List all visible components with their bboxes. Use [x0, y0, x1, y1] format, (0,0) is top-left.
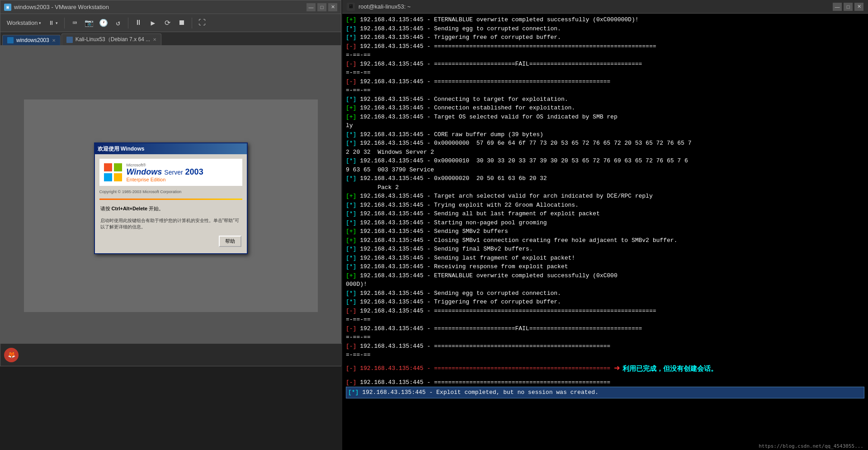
terminal-title-left: 🖥 root@kali-linux53: ~ — [347, 3, 410, 11]
terminal-line-11: [*] 192.168.43.135:445 - CORE raw buffer… — [346, 130, 864, 139]
vmware-bottom-bar: 🦊 — [0, 343, 342, 366]
svg-rect-3 — [114, 173, 122, 181]
win2003-help-button[interactable]: 帮助 — [219, 236, 241, 247]
revert-button[interactable]: ↺ — [112, 17, 124, 29]
tab-kali-linux[interactable]: Kali-Linux53（Debian 7.x 64 ... ✕ — [61, 33, 161, 45]
win2003-copyright: Copyright © 1985-2003 Microsoft Corporat… — [99, 189, 242, 195]
terminal-line-31: [-] 192.168.43.135:445 - ===============… — [346, 307, 864, 316]
windows-flag-icon — [103, 162, 123, 182]
terminal-line-18: [+] 192.168.43.135:445 - Target arch sel… — [346, 192, 864, 201]
vm-display[interactable]: 欢迎使用 Windows Microsoft® — [0, 46, 341, 366]
terminal-line-23: [+] 192.168.43.135:445 - Closing SMBv1 c… — [346, 236, 864, 245]
terminal-line-20: [*] 192.168.43.135:445 - Sending all but… — [346, 209, 864, 218]
win2003-buttons: 帮助 — [99, 234, 242, 249]
restart-button[interactable]: ⟳ — [161, 17, 174, 29]
power-on-button[interactable]: ▶ — [146, 17, 159, 29]
vmware-tabs: windows2003 ✕ Kali-Linux53（Debian 7.x 64… — [0, 32, 341, 46]
terminal-line-29: [*] 192.168.43.135:445 - Sending egg to … — [346, 289, 864, 298]
terminal-line-3: [*] 192.168.43.135:445 - Triggering free… — [346, 33, 864, 42]
minimize-button[interactable]: — — [307, 3, 316, 11]
terminal-maximize-button[interactable]: □ — [844, 3, 853, 11]
suspend-button[interactable]: ⏸ — [132, 17, 145, 29]
vmware-title-buttons: — □ ✕ — [307, 3, 337, 11]
power-off-button[interactable]: ⏹ — [175, 17, 188, 29]
terminal-line-32: [-] 192.168.43.135:445 - ===============… — [346, 324, 864, 333]
terminal-line-19: [*] 192.168.43.135:445 - Trying exploit … — [346, 201, 864, 210]
vmware-titlebar: ▣ windows2003 - VMware Workstation — □ ✕ — [0, 0, 341, 14]
terminal-title-buttons: — □ ✕ — [833, 3, 863, 11]
toolbar-separator-3 — [192, 18, 192, 28]
vmware-icon: ▣ — [4, 4, 11, 11]
snapshot-manager-button[interactable]: 🕐 — [97, 17, 110, 29]
vmware-titlebar-left: ▣ windows2003 - VMware Workstation — [4, 4, 109, 11]
terminal-line-2: [*] 192.168.43.135:445 - Sending egg to … — [346, 24, 864, 33]
terminal-line-34-prefix: [-] 192.168.43.135:445 - ===============… — [346, 364, 610, 373]
terminal-line-25: [*] 192.168.43.135:445 - Sending last fr… — [346, 254, 864, 263]
terminal-content[interactable]: [+] 192.168.43.135:445 - ETERNALBLUE ove… — [342, 14, 868, 450]
win2003-dialog: 欢迎使用 Windows Microsoft® — [94, 142, 248, 254]
terminal-line-1: [+] 192.168.43.135:445 - ETERNALBLUE ove… — [346, 15, 864, 24]
toolbar-separator-2 — [128, 18, 128, 28]
terminal-title: root@kali-linux53: ~ — [359, 3, 410, 10]
win2003-edition: Enterprise Edition — [127, 177, 203, 182]
terminal-line-35: [-] 192.168.43.135:445 - ===============… — [346, 378, 864, 387]
tab-kali-icon — [66, 37, 73, 43]
win2003-logo: Microsoft® Windows Server 2003 Enterpris… — [99, 159, 242, 186]
terminal-line-sep5: =-==-== — [346, 333, 864, 342]
tab-windows2003-icon — [7, 37, 14, 43]
terminal-line-27: [+] 192.168.43.135:445 - ETERNALBLUE ove… — [346, 271, 864, 280]
fullscreen-button[interactable]: ⛶ — [196, 17, 208, 29]
annotation-arrow-icon: ➜ — [614, 361, 620, 376]
win2003-title-text: Microsoft® Windows Server 2003 Enterpris… — [127, 163, 203, 182]
terminal-minimize-button[interactable]: — — [833, 3, 842, 11]
terminal-last-line: [*] 192.168.43.135:445 - Exploit complet… — [346, 387, 864, 398]
tab-windows2003-close[interactable]: ✕ — [52, 38, 56, 43]
terminal-line-6: [-] 192.168.43.135:445 - ===============… — [346, 77, 864, 86]
workstation-dropdown-icon: ▾ — [39, 21, 41, 25]
tab-windows2003[interactable]: windows2003 ✕ — [2, 35, 61, 45]
terminal-line-12: [*] 192.168.43.135:445 - 0x00000000 57 6… — [346, 139, 864, 148]
terminal-line-30: [*] 192.168.43.135:445 - Triggering free… — [346, 298, 864, 307]
pause-button[interactable]: ⏸ ▾ — [46, 18, 61, 28]
terminal-url: https://blog.csdn.net/qq_4543055... — [759, 443, 863, 449]
win2003-content: Microsoft® Windows Server 2003 Enterpris… — [95, 154, 247, 253]
send-ctrl-alt-del-button[interactable]: ⌨ — [68, 17, 81, 29]
terminal-icon: 🖥 — [347, 3, 355, 11]
terminal-line-9: [+] 192.168.43.135:445 - Target OS selec… — [346, 113, 864, 122]
tab-kali-close[interactable]: ✕ — [153, 37, 156, 42]
terminal-window: 🖥 root@kali-linux53: ~ — □ ✕ [+] 192.168… — [342, 0, 868, 450]
terminal-line-33: [-] 192.168.43.135:445 - ===============… — [346, 342, 864, 351]
terminal-line-8: [+] 192.168.43.135:445 - Connection esta… — [346, 104, 864, 113]
win2003-dialog-title: 欢迎使用 Windows — [98, 145, 145, 153]
terminal-line-17: Pack 2 — [346, 183, 864, 192]
win2003-titlebar: 欢迎使用 Windows — [95, 143, 247, 154]
taskbar-icon-1[interactable]: 🦊 — [4, 348, 19, 362]
terminal-line-24: [*] 192.168.43.135:445 - Sending final S… — [346, 245, 864, 254]
terminal-line-16: [*] 192.168.43.135:445 - 0x00000020 20 5… — [346, 174, 864, 183]
maximize-button[interactable]: □ — [317, 3, 326, 11]
svg-rect-2 — [104, 173, 112, 181]
terminal-line-sep1: =-==-== — [346, 51, 864, 60]
terminal-line-7: [*] 192.168.43.135:445 - Connecting to t… — [346, 95, 864, 104]
terminal-line-sep4: =-==-== — [346, 315, 864, 324]
annotation-text: 利用已完成，但没有创建会话。 — [623, 364, 717, 374]
workstation-menu[interactable]: Workstation ▾ — [4, 18, 44, 28]
vm-screen: 欢迎使用 Windows Microsoft® — [24, 99, 318, 312]
win2003-help-text: 启动时使用此按键组合有助于维护您的计算机的安全性。单击"帮助"可以了解更详细的信… — [99, 217, 242, 231]
vmware-toolbar: Workstation ▾ ⏸ ▾ ⌨ 📷 🕐 ↺ ⏸ ▶ ⟳ ⏹ ⛶ — [0, 14, 341, 32]
terminal-line-22: [+] 192.168.43.135:445 - Sending SMBv2 b… — [346, 227, 864, 236]
win2003-divider — [99, 199, 242, 200]
annotation-container: [-] 192.168.43.135:445 - ===============… — [346, 361, 864, 376]
svg-rect-0 — [104, 163, 112, 171]
close-button[interactable]: ✕ — [328, 3, 337, 11]
win2003-product-name: Windows Server 2003 — [127, 167, 203, 177]
win2003-instruction: 请按 Ctrl+Alt+Delete 开始。 — [99, 204, 242, 214]
pause-icon: ⏸ — [48, 19, 54, 26]
terminal-line-sep3: =-==-== — [346, 86, 864, 95]
terminal-line-14: [*] 192.168.43.135:445 - 0x00000010 30 3… — [346, 156, 864, 166]
terminal-close-button[interactable]: ✕ — [854, 3, 863, 11]
snapshot-button[interactable]: 📷 — [83, 17, 95, 29]
terminal-titlebar: 🖥 root@kali-linux53: ~ — □ ✕ — [342, 0, 868, 14]
terminal-line-13: 2 20 32 Windows Server 2 — [346, 148, 864, 157]
terminal-line-sep2: =-==-== — [346, 68, 864, 77]
